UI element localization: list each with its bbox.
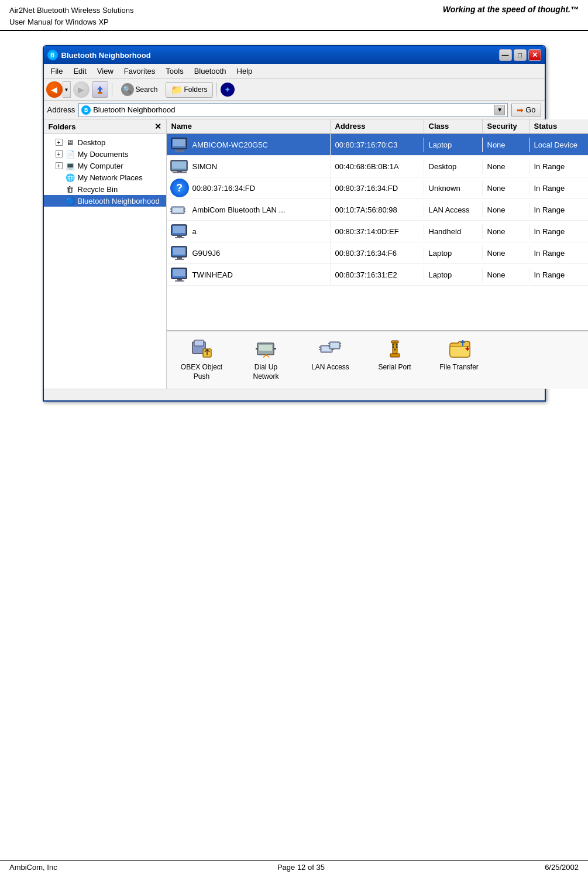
minimize-button[interactable]: — — [499, 49, 512, 61]
folders-button[interactable]: 📁 Folders — [166, 82, 213, 98]
file-table-header: Name Address Class Security Status — [167, 119, 589, 134]
forward-button[interactable]: ▶ — [73, 81, 90, 98]
tree-item-recyclebin[interactable]: 🗑 Recycle Bin — [44, 183, 166, 195]
svg-rect-20 — [173, 248, 185, 255]
lan-icon — [319, 337, 342, 359]
cell-name-2[interactable]: ? 00:80:37:16:34:FD — [167, 177, 331, 198]
go-button[interactable]: ➡ Go — [511, 104, 541, 116]
cell-status-0: Local Device — [529, 138, 589, 152]
back-button[interactable]: ◀ — [46, 81, 63, 98]
search-label: Search — [136, 85, 158, 94]
folders-close-button[interactable]: ✕ — [154, 122, 161, 131]
filetransfer-label: File Transfer — [439, 363, 479, 372]
win-addressbar: Address B Bluetooth Neighborhood ▼ ➡ Go — [44, 101, 545, 119]
tree-item-desktop[interactable]: + 🖥 Desktop — [44, 136, 166, 148]
cell-addr-1: 00:40:68:6B:0B:1A — [331, 159, 424, 174]
device-icon-2: ? — [170, 180, 189, 196]
menu-file[interactable]: File — [46, 65, 68, 77]
bottom-icon-serial[interactable]: Serial Port — [372, 337, 418, 372]
subtitle: User Manual for Windows XP — [9, 16, 133, 28]
expand-desktop[interactable]: + — [56, 139, 63, 146]
bottom-icon-obex[interactable]: OBEX Object Push — [178, 337, 225, 381]
tree-item-btneighborhood[interactable]: 🔵 Bluetooth Neighborhood — [44, 195, 166, 207]
address-label: Address — [47, 105, 75, 114]
svg-rect-8 — [173, 172, 187, 173]
cell-class-1: Desktop — [424, 159, 483, 174]
up-button[interactable] — [92, 81, 108, 98]
address-dropdown[interactable]: ▼ — [494, 105, 505, 115]
unknown-icon: ? — [170, 179, 189, 197]
svg-rect-22 — [175, 259, 184, 260]
cell-name-4[interactable]: a — [167, 221, 331, 242]
bottom-icon-filetransfer[interactable]: File Transfer — [436, 337, 483, 372]
company-name: Air2Net Bluetooth Wireless Solutions — [9, 5, 133, 16]
table-row[interactable]: AMBICOM-WC20G5C 00:80:37:16:70:C3 Laptop… — [167, 134, 589, 156]
cell-name-3[interactable]: AmbiCom Bluetooth LAN ... — [167, 199, 331, 220]
col-security[interactable]: Security — [483, 119, 529, 133]
folders-icon: 📁 — [171, 84, 183, 95]
cell-class-0: Laptop — [424, 138, 483, 152]
cell-sec-1: None — [483, 159, 529, 174]
cell-name-6[interactable]: TWINHEAD — [167, 264, 331, 285]
menu-tools[interactable]: Tools — [161, 65, 188, 77]
lan-label: LAN Access — [311, 363, 349, 372]
win-statusbar — [44, 389, 545, 400]
bt-toolbar-icon[interactable]: ✦ — [221, 83, 235, 97]
menu-favorites[interactable]: Favorites — [119, 65, 160, 77]
folders-label: Folders — [184, 85, 208, 94]
btneighborhood-icon: 🔵 — [65, 196, 75, 205]
table-row[interactable]: TWINHEAD 00:80:37:16:31:E2 Laptop None I… — [167, 264, 589, 286]
svg-rect-46 — [391, 341, 398, 343]
svg-rect-48 — [390, 354, 400, 357]
obex-icon — [190, 337, 214, 359]
col-class[interactable]: Class — [424, 119, 483, 133]
cell-sec-4: None — [483, 224, 529, 239]
cell-class-5: Laptop — [424, 246, 483, 261]
recyclebin-icon: 🗑 — [65, 184, 75, 194]
back-dropdown[interactable]: ▼ — [63, 81, 71, 98]
table-row[interactable]: a 00:80:37:14:0D:EF Handheld None In Ran… — [167, 221, 589, 242]
cell-addr-2: 00:80:37:16:34:FD — [331, 181, 424, 196]
svg-rect-3 — [177, 149, 182, 150]
col-name[interactable]: Name — [167, 119, 331, 133]
expand-mydocs[interactable]: + — [56, 150, 63, 157]
cell-name-5[interactable]: G9U9J6 — [167, 242, 331, 263]
cell-name-0[interactable]: AMBICOM-WC20G5C — [167, 134, 331, 155]
table-row[interactable]: AmbiCom Bluetooth LAN ... 00:10:7A:56:80… — [167, 199, 589, 221]
tagline: Working at the speed of thought.™ — [443, 5, 579, 14]
svg-rect-26 — [175, 280, 184, 282]
expand-mycomputer[interactable]: + — [56, 162, 63, 169]
search-button[interactable]: 🔍 Search — [116, 81, 163, 98]
maximize-button[interactable]: □ — [514, 49, 527, 61]
menu-edit[interactable]: Edit — [68, 65, 91, 77]
address-input-wrap[interactable]: B Bluetooth Neighborhood ▼ — [78, 103, 508, 117]
col-status[interactable]: Status — [529, 119, 589, 133]
win-titlebar-buttons: — □ ✕ — [499, 49, 541, 61]
cell-status-5: In Range — [529, 246, 589, 261]
col-address[interactable]: Address — [331, 119, 424, 133]
table-row[interactable]: G9U9J6 00:80:37:16:34:F6 Laptop None In … — [167, 242, 589, 264]
cell-name-1[interactable]: SIMON — [167, 156, 331, 177]
close-button[interactable]: ✕ — [528, 49, 541, 61]
folder-tree: + 🖥 Desktop + 📄 My Documents + 💻 — [44, 134, 166, 209]
cell-class-2: Unknown — [424, 181, 483, 196]
doc-header: Air2Net Bluetooth Wireless Solutions Use… — [0, 0, 588, 31]
bottom-icon-lan[interactable]: LAN Access — [307, 337, 354, 372]
win-content: Folders ✕ + 🖥 Desktop + 📄 My — [44, 119, 545, 389]
table-row[interactable]: ? 00:80:37:16:34:FD 00:80:37:16:34:FD Un… — [167, 177, 589, 199]
svg-rect-16 — [173, 226, 185, 233]
menu-help[interactable]: Help — [232, 65, 257, 77]
file-list: AMBICOM-WC20G5C 00:80:37:16:70:C3 Laptop… — [167, 134, 589, 330]
svg-point-52 — [396, 347, 397, 348]
tree-item-mynetwork[interactable]: 🌐 My Network Places — [44, 172, 166, 183]
svg-rect-10 — [173, 208, 183, 212]
bottom-icon-dialup[interactable]: Dial Up Network — [243, 337, 290, 381]
tree-item-mycomputer[interactable]: + 💻 My Computer — [44, 160, 166, 172]
tree-item-mydocs[interactable]: + 📄 My Documents — [44, 148, 166, 160]
table-row[interactable]: SIMON 00:40:68:6B:0B:1A Desktop None In … — [167, 156, 589, 177]
svg-rect-31 — [259, 345, 272, 351]
svg-rect-41 — [331, 343, 339, 348]
tree-label-desktop: Desktop — [78, 138, 106, 147]
menu-view[interactable]: View — [92, 65, 118, 77]
menu-bluetooth[interactable]: Bluetooth — [190, 65, 231, 77]
